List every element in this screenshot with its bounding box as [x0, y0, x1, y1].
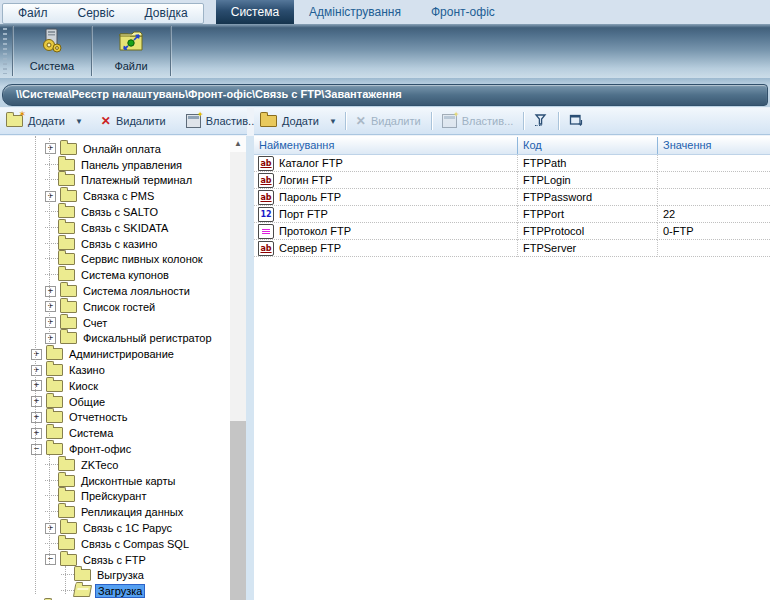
tree-item-label: Дисконтные карты [79, 475, 177, 487]
column-header-value[interactable]: Значення [657, 137, 770, 154]
menu-service[interactable]: Сервіс [63, 6, 130, 20]
tree-connector [45, 464, 58, 466]
properties-icon [442, 114, 457, 128]
folder-icon [60, 317, 77, 329]
tree-item-label: Общие [67, 396, 107, 408]
files-button[interactable]: Файли [93, 24, 169, 78]
tree-properties-button[interactable]: Властив... [180, 110, 264, 132]
expand-toggle-icon[interactable]: + [45, 191, 56, 202]
param-type-icon: ab [258, 156, 274, 171]
param-value: 22 [663, 208, 675, 220]
grid-properties-button[interactable]: Властив... [436, 110, 520, 132]
expand-toggle-icon[interactable]: + [31, 428, 42, 439]
tree-item-label: Фронт-офис [67, 443, 133, 455]
table-row[interactable]: ab Логин FTP FTPLogin [254, 172, 770, 189]
expand-toggle-icon[interactable]: + [31, 412, 42, 423]
main-toolbar: Система Файли [0, 24, 770, 78]
menu-file[interactable]: Файл [3, 6, 63, 20]
table-row[interactable]: ab Сервер FTP FTPServer [254, 240, 770, 257]
tree-connector [61, 590, 74, 592]
tree-connector [61, 574, 74, 576]
expand-toggle-icon[interactable]: + [45, 317, 56, 328]
grid-add-dropdown-icon[interactable]: ▼ [329, 117, 337, 126]
expand-toggle-icon[interactable]: + [31, 380, 42, 391]
settings-tree-panel: + Онлайн оплата Панель управления Платеж… [0, 136, 247, 600]
menu-help[interactable]: Довідка [130, 6, 203, 20]
system-icon [38, 28, 66, 56]
grid-header: Найменування Код Значення [254, 137, 770, 155]
expand-toggle-icon[interactable]: + [45, 301, 56, 312]
expand-toggle-icon[interactable]: − [31, 444, 42, 455]
toolbar-grip[interactable] [1, 28, 10, 74]
tree-item-label: Система купонов [79, 269, 171, 281]
system-button-label: Система [30, 60, 74, 72]
tree-guide-line [49, 138, 50, 342]
folder-icon [46, 427, 63, 439]
tree-delete-button[interactable]: ✕ Видалити [95, 110, 172, 132]
scroll-up-icon[interactable]: ▲ [230, 136, 246, 152]
grid-properties-label: Властив... [462, 115, 514, 127]
param-code: FTPProtocol [523, 225, 584, 237]
toolbar-separator [558, 112, 559, 130]
toolbar-separator [345, 112, 346, 130]
expand-toggle-icon[interactable]: + [45, 523, 56, 534]
folder-icon [58, 253, 75, 265]
files-icon [117, 28, 145, 56]
tree-connector [45, 495, 58, 497]
table-row[interactable]: 12 Порт FTP FTPPort 22 [254, 206, 770, 223]
tree-item-label: Прейскурант [79, 490, 148, 502]
folder-icon [60, 143, 77, 155]
tree-item-label: Киоск [67, 380, 100, 392]
window-arrow-icon [569, 114, 583, 129]
folder-icon [46, 443, 63, 455]
folder-icon [46, 396, 63, 408]
folder-icon [46, 380, 63, 392]
tree-add-label: Додати [28, 115, 65, 127]
folder-icon [58, 159, 75, 171]
tree-item-label: Администрирование [67, 348, 176, 360]
tree-add-dropdown-icon[interactable]: ▼ [75, 117, 83, 126]
system-button[interactable]: Система [14, 24, 90, 78]
folder-icon [58, 538, 75, 550]
column-header-code[interactable]: Код [517, 137, 657, 154]
toolbar-separator [170, 26, 171, 76]
tab-front-office[interactable]: Фронт-офіс [416, 0, 510, 24]
tab-system[interactable]: Система [216, 0, 294, 24]
tab-administration[interactable]: Адміністрування [294, 0, 416, 24]
expand-toggle-icon[interactable]: + [31, 349, 42, 360]
grid-delete-button[interactable]: ✕ Видалити [350, 110, 427, 132]
toolbar-separator [12, 26, 13, 76]
column-header-name[interactable]: Найменування [254, 137, 517, 154]
filter-button[interactable] [528, 110, 554, 132]
tree-scrollbar[interactable]: ▲ [230, 136, 246, 600]
panel-splitter[interactable] [246, 136, 254, 600]
tree-connector [45, 543, 58, 545]
expand-toggle-icon[interactable]: + [31, 396, 42, 407]
param-name: Протокол FTP [279, 225, 351, 237]
param-name: Порт FTP [279, 208, 328, 220]
grid-body: ab Каталог FTP FTPPath ab Логин FTP FTPL… [254, 155, 770, 257]
tree-connector [45, 274, 58, 276]
expand-toggle-icon[interactable]: + [45, 286, 56, 297]
tree-connector [45, 480, 58, 482]
tree-add-button[interactable]: ✶ Додати [0, 110, 71, 132]
table-row[interactable]: ab Каталог FTP FTPPath [254, 155, 770, 172]
tree-item-label: Казино [67, 364, 107, 376]
expand-toggle-icon[interactable]: − [45, 554, 56, 565]
show-in-window-button[interactable] [563, 110, 589, 132]
grid-toolbar: Додати ▼ ✕ Видалити Властив... [254, 107, 770, 135]
tree-scrollbar-thumb[interactable] [230, 421, 246, 600]
files-button-label: Файли [114, 60, 147, 72]
folder-icon [46, 364, 63, 376]
tree-item-label: Система [67, 427, 115, 439]
param-code: FTPPassword [523, 191, 592, 203]
tree-item-label: Выгрузка [95, 569, 146, 581]
table-row[interactable]: Протокол FTP FTPProtocol 0-FTP [254, 223, 770, 240]
toolbar-separator [431, 112, 432, 130]
expand-toggle-icon[interactable]: + [45, 333, 56, 344]
grid-add-button[interactable]: Додати [254, 110, 325, 132]
expand-toggle-icon[interactable]: + [45, 143, 56, 154]
param-code: FTPServer [523, 242, 576, 254]
table-row[interactable]: ab Пароль FTP FTPPassword [254, 189, 770, 206]
expand-toggle-icon[interactable]: + [31, 365, 42, 376]
